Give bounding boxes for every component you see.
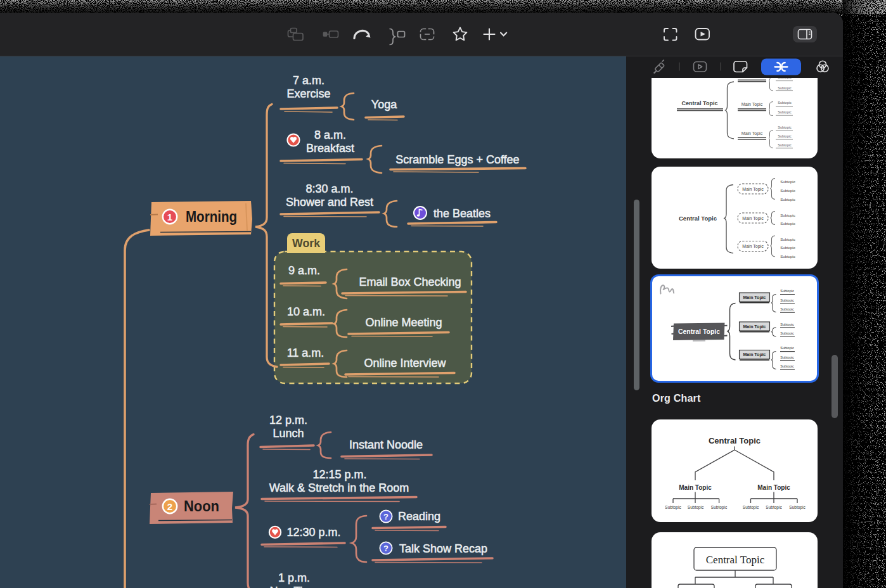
svg-text:Subtopic: Subtopic [780, 198, 795, 201]
svg-text:Lunch: Lunch [273, 427, 304, 440]
svg-text:8 a.m.: 8 a.m. [314, 129, 346, 141]
svg-text:Subtopic: Subtopic [780, 307, 794, 311]
svg-text:Central Topic: Central Topic [682, 100, 718, 106]
svg-text:Scramble Eggs + Coffee: Scramble Eggs + Coffee [395, 153, 519, 166]
svg-text:Subtopic: Subtopic [780, 214, 795, 217]
svg-text:Instant Noodle: Instant Noodle [349, 438, 423, 451]
svg-text:Subtopic: Subtopic [778, 75, 792, 79]
svg-text:?: ? [383, 544, 388, 553]
svg-text:Subtopic: Subtopic [780, 355, 794, 359]
svg-text:Central Topic: Central Topic [706, 554, 765, 566]
svg-text:Shower and Rest: Shower and Rest [286, 196, 373, 208]
svg-text:Main Topic: Main Topic [742, 244, 764, 249]
svg-text:Subtopic: Subtopic [665, 505, 681, 510]
svg-text:Main Topic: Main Topic [757, 484, 790, 491]
svg-text:1: 1 [167, 212, 172, 222]
svg-text:9 a.m.: 9 a.m. [288, 264, 320, 277]
svg-text:Main Topic: Main Topic [743, 324, 766, 329]
svg-text:Talk Show Recap: Talk Show Recap [399, 542, 487, 555]
svg-text:Reading: Reading [398, 510, 440, 523]
svg-text:Subtopic: Subtopic [780, 346, 794, 350]
svg-text:Subtopic: Subtopic [780, 180, 795, 184]
svg-text:Noon: Noon [184, 497, 219, 514]
svg-text:Central Topic: Central Topic [678, 328, 720, 335]
svg-text:Subtopic: Subtopic [780, 238, 795, 241]
svg-text:12:30 p.m.: 12:30 p.m. [286, 526, 340, 539]
svg-text:1 p.m.: 1 p.m. [278, 572, 310, 584]
svg-text:Subtopic: Subtopic [778, 101, 792, 105]
svg-text:Subtopic: Subtopic [778, 110, 792, 114]
svg-text:7 a.m.: 7 a.m. [293, 74, 324, 87]
svg-text:10 a.m.: 10 a.m. [287, 305, 325, 318]
svg-text:Subtopic: Subtopic [778, 143, 792, 147]
svg-text:Subtopic: Subtopic [778, 86, 792, 90]
svg-text:Subtopic: Subtopic [778, 125, 792, 129]
svg-text:Main Topic: Main Topic [743, 352, 766, 357]
svg-text:2: 2 [167, 501, 172, 512]
svg-text:Walk & Stretch in the Room: Walk & Stretch in the Room [269, 482, 409, 494]
svg-text:Main Topic: Main Topic [743, 295, 766, 300]
svg-text:Subtopic: Subtopic [780, 246, 795, 250]
svg-text:Subtopic: Subtopic [780, 222, 795, 226]
svg-text:Email Box Checking: Email Box Checking [359, 276, 461, 288]
svg-text:Morning: Morning [186, 208, 237, 225]
svg-text:Subtopic: Subtopic [688, 505, 704, 510]
svg-text:Nap Time: Nap Time [269, 585, 318, 588]
svg-text:Subtopic: Subtopic [789, 505, 806, 510]
svg-text:Main Topic: Main Topic [742, 131, 763, 136]
svg-text:12 p.m.: 12 p.m. [269, 414, 307, 426]
svg-text:Central Topic: Central Topic [709, 436, 761, 445]
svg-text:Subtopic: Subtopic [766, 505, 782, 510]
svg-text:Subtopic: Subtopic [778, 134, 792, 138]
svg-text:Subtopic: Subtopic [780, 323, 794, 326]
svg-text:Online Interview: Online Interview [364, 357, 446, 369]
svg-text:Exercise: Exercise [286, 87, 330, 100]
svg-text:Subtopic: Subtopic [743, 505, 759, 510]
svg-text:Subtopic: Subtopic [780, 189, 795, 193]
svg-text:Subtopic: Subtopic [780, 364, 794, 368]
svg-text:8:30 a.m.: 8:30 a.m. [305, 182, 353, 195]
svg-text:Subtopic: Subtopic [780, 298, 794, 302]
svg-text:Online Meeting: Online Meeting [365, 316, 442, 329]
svg-text:Main Topic: Main Topic [742, 187, 764, 192]
svg-text:Subtopic: Subtopic [780, 289, 794, 293]
svg-text:Central Topic: Central Topic [679, 215, 717, 222]
svg-text:Subtopic: Subtopic [780, 255, 795, 259]
svg-text:?: ? [383, 512, 388, 521]
svg-text:Main Topic: Main Topic [679, 484, 712, 491]
svg-text:Breakfast: Breakfast [306, 142, 354, 155]
svg-text:Main Topic: Main Topic [742, 216, 764, 221]
svg-text:12:15 p.m.: 12:15 p.m. [312, 468, 366, 481]
svg-text:the Beatles: the Beatles [433, 207, 491, 220]
svg-text:Work: Work [292, 237, 320, 250]
svg-text:Yoga: Yoga [371, 98, 397, 111]
svg-text:11 a.m.: 11 a.m. [287, 347, 324, 359]
svg-text:Subtopic: Subtopic [711, 505, 728, 510]
svg-text:Main Topic: Main Topic [742, 102, 763, 107]
svg-text:Subtopic: Subtopic [780, 331, 794, 335]
